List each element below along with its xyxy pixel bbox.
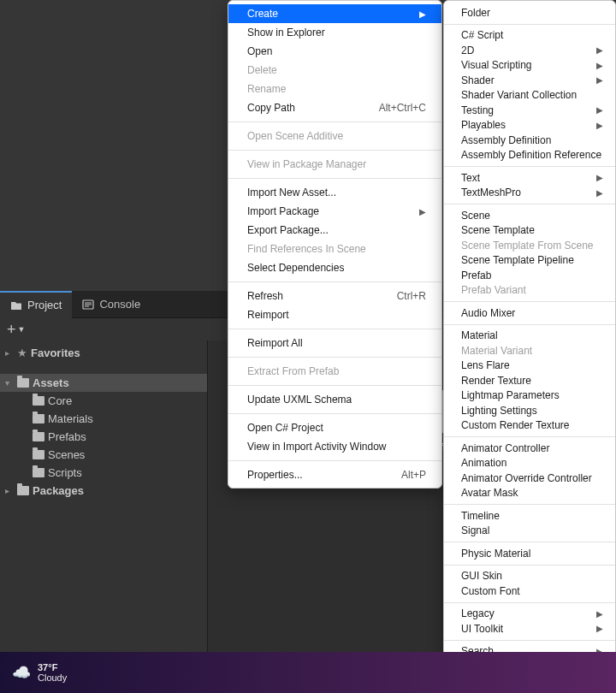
menu-item[interactable]: Scene Template Pipeline <box>444 253 615 269</box>
menu-item[interactable]: Material <box>444 329 615 344</box>
taskbar: ☁️ 37°F Cloudy <box>0 652 616 693</box>
menu-item[interactable]: Lightmap Parameters <box>444 388 615 404</box>
star-icon: ★ <box>17 346 27 359</box>
menu-item-shortcut: Ctrl+R <box>397 290 426 302</box>
menu-item[interactable]: Render Texture <box>444 373 615 388</box>
menu-item[interactable]: RefreshCtrl+R <box>228 287 441 305</box>
menu-item[interactable]: Legacy▶ <box>444 607 615 622</box>
menu-item[interactable]: Copy PathAlt+Ctrl+C <box>228 98 441 117</box>
menu-item[interactable]: Select Dependencies <box>228 258 441 277</box>
menu-item[interactable]: Lens Flare <box>444 358 615 374</box>
menu-item[interactable]: Signal <box>444 524 615 539</box>
menu-item[interactable]: Assembly Definition Reference <box>444 148 615 163</box>
menu-item[interactable]: Avatar Mask <box>444 486 615 501</box>
taskbar-weather[interactable]: ☁️ 37°F Cloudy <box>12 662 67 683</box>
menu-item-label: Create <box>247 8 278 20</box>
menu-item[interactable]: Text▶ <box>444 170 615 186</box>
menu-item[interactable]: Export Package... <box>228 221 441 240</box>
menu-item[interactable]: Timeline <box>444 508 615 524</box>
tree-assets[interactable]: ▾ Assets <box>0 374 207 392</box>
menu-separator <box>444 24 615 25</box>
tree-item[interactable]: Core <box>0 392 207 410</box>
menu-separator <box>444 602 615 603</box>
tree-favorites[interactable]: ▸ ★ Favorites <box>0 344 207 362</box>
menu-item[interactable]: Assembly Definition <box>444 133 615 148</box>
menu-item-label: Testing <box>461 104 494 116</box>
add-button[interactable]: + ▼ <box>7 321 25 339</box>
menu-item[interactable]: Scene Template <box>444 223 615 239</box>
menu-item-label: Animator Controller <box>461 442 549 454</box>
folder-icon <box>33 396 44 406</box>
menu-item-label: Visual Scripting <box>461 59 532 71</box>
tree-item-label: Scenes <box>48 448 85 461</box>
menu-item[interactable]: Playables▶ <box>444 118 615 133</box>
menu-item[interactable]: Testing▶ <box>444 103 615 118</box>
menu-item[interactable]: Animation <box>444 456 615 471</box>
chevron-right-icon: ▶ <box>596 105 603 115</box>
weather-cond: Cloudy <box>38 672 67 683</box>
menu-item-label: Import New Asset... <box>247 187 336 198</box>
tree-packages[interactable]: ▸ Packages <box>0 482 207 500</box>
menu-item[interactable]: Folder <box>444 5 615 21</box>
menu-item-label: Signal <box>461 524 489 536</box>
menu-item[interactable]: TextMeshPro▶ <box>444 186 615 201</box>
tab-project[interactable]: Project <box>0 291 72 318</box>
menu-item-label: Avatar Mask <box>461 487 518 499</box>
menu-item[interactable]: View in Import Activity Window <box>228 437 441 456</box>
menu-item[interactable]: Open <box>228 42 441 61</box>
menu-separator <box>444 542 615 542</box>
menu-item[interactable]: Animator Controller <box>444 441 615 456</box>
menu-item[interactable]: Import Package▶ <box>228 202 441 221</box>
menu-item[interactable]: Shader Variant Collection <box>444 88 615 104</box>
menu-item[interactable]: Open C# Project <box>228 418 441 437</box>
menu-item[interactable]: Update UXML Schema <box>228 390 441 409</box>
menu-item-label: Scene Template <box>461 224 535 236</box>
menu-separator <box>444 324 615 325</box>
chevron-right-icon: ▶ <box>596 45 603 55</box>
weather-temp: 37°F <box>38 662 67 672</box>
menu-item[interactable]: Custom Font <box>444 583 615 599</box>
menu-item: Open Scene Additive <box>228 127 441 145</box>
menu-item-label: TextMeshPro <box>461 187 521 198</box>
menu-item[interactable]: 2D▶ <box>444 43 615 58</box>
menu-item[interactable]: GUI Skin <box>444 569 615 584</box>
menu-item-shortcut: Alt+Ctrl+C <box>379 102 426 114</box>
chevron-right-icon: ▶ <box>596 173 603 182</box>
menu-item[interactable]: Properties...Alt+P <box>228 465 441 484</box>
menu-item-label: Animator Override Controller <box>461 472 592 484</box>
menu-item[interactable]: Scene <box>444 208 615 223</box>
context-menu: Create▶Show in ExplorerOpenDeleteRenameC… <box>228 0 442 489</box>
tree-item[interactable]: Scripts <box>0 464 207 482</box>
menu-item[interactable]: Visual Scripting▶ <box>444 58 615 74</box>
menu-separator <box>228 460 441 461</box>
menu-item-shortcut: Alt+P <box>401 469 426 481</box>
menu-item[interactable]: Import New Asset... <box>228 183 441 202</box>
menu-item[interactable]: C# Script <box>444 28 615 44</box>
chevron-right-icon: ▶ <box>596 75 603 85</box>
tree-item[interactable]: Materials <box>0 410 207 428</box>
menu-item-label: Properties... <box>247 469 303 481</box>
expand-arrow-icon: ▸ <box>5 348 14 358</box>
menu-item[interactable]: Animator Override Controller <box>444 471 615 486</box>
menu-item[interactable]: Reimport <box>228 305 441 324</box>
cloud-icon: ☁️ <box>12 663 31 682</box>
tree-item[interactable]: Scenes <box>0 446 207 464</box>
menu-item[interactable]: Reimport All <box>228 334 441 352</box>
menu-item[interactable]: Show in Explorer <box>228 23 441 42</box>
menu-item[interactable]: Create▶ <box>228 4 441 23</box>
menu-item[interactable]: Shader▶ <box>444 73 615 88</box>
menu-separator <box>444 166 615 167</box>
menu-item-label: Export Package... <box>247 224 329 236</box>
menu-item[interactable]: Physic Material <box>444 546 615 561</box>
tab-console[interactable]: Console <box>72 291 151 318</box>
menu-item[interactable]: Custom Render Texture <box>444 418 615 434</box>
folder-icon <box>17 378 29 388</box>
menu-item[interactable]: Prefab <box>444 268 615 283</box>
menu-item[interactable]: Lighting Settings <box>444 403 615 418</box>
menu-item-label: Material Variant <box>461 345 532 357</box>
menu-item[interactable]: UI Toolkit▶ <box>444 621 615 637</box>
menu-item[interactable]: Audio Mixer <box>444 305 615 321</box>
menu-separator <box>228 121 441 122</box>
tree-item[interactable]: Prefabs <box>0 428 207 446</box>
folder-icon <box>33 450 44 459</box>
